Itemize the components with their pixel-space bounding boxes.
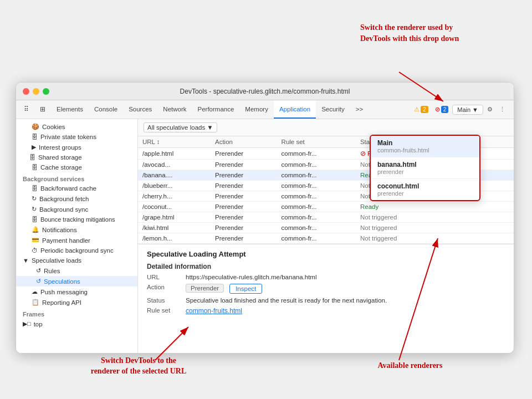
cell-action: Prerender: [211, 202, 277, 212]
detail-panel: Speculative Loading Attempt Detailed inf…: [138, 244, 514, 354]
warning-badge[interactable]: ⚠ 2: [411, 105, 431, 114]
detail-subtitle: Detailed information: [147, 263, 505, 270]
cell-url: /apple.html: [138, 148, 211, 160]
sidebar-item-periodic-sync[interactable]: ⏱ Periodic background sync: [16, 245, 137, 255]
cell-ruleset: common-fr...: [277, 191, 356, 202]
sidebar-item-payment-handler[interactable]: 💳 Payment handler: [16, 235, 137, 245]
sidebar-item-cache-storage[interactable]: 🗄 Cache storage: [16, 162, 137, 172]
cell-action: Prerender: [211, 148, 277, 160]
cell-action: Prerender: [211, 212, 277, 223]
sidebar-item-shared-storage[interactable]: 🗄 Shared storage: [16, 152, 137, 162]
annotation-top-right: Switch the renderer used by DevTools wit…: [360, 22, 504, 44]
title-bar: DevTools - speculative-rules.glitch.me/c…: [16, 83, 514, 100]
cell-ruleset: common-fr...: [277, 181, 356, 191]
cell-url: /avocad...: [138, 160, 211, 170]
tab-security[interactable]: Security: [316, 100, 350, 119]
tab-more[interactable]: >>: [350, 100, 369, 119]
sidebar-item-speculations[interactable]: ↺ Speculations: [16, 276, 137, 287]
detail-link-ruleset[interactable]: common-fruits.html: [186, 307, 242, 315]
error-badge[interactable]: ⊘ 2: [432, 105, 452, 114]
traffic-lights: [23, 88, 49, 95]
tab-icons: ⚠ 2 ⊘ 2 Main ▼ ⚙ ⋮: [408, 100, 511, 119]
tab-network[interactable]: Network: [157, 100, 192, 119]
content-area: All speculative loads ▼ URL ↕ Action Rul…: [138, 119, 514, 354]
cell-ruleset: common-fr...: [277, 202, 356, 212]
renderer-item-banana[interactable]: banana.html prerender: [371, 157, 479, 179]
renderer-name-banana: banana.html: [377, 161, 473, 168]
annotation-bottom-left: Switch DevTools to the renderer of the s…: [78, 355, 200, 377]
cell-action: Prerender: [211, 181, 277, 191]
inspect-button[interactable]: Inspect: [229, 284, 262, 294]
cell-ruleset: common-fr...: [277, 160, 356, 170]
more-options-icon[interactable]: ⋮: [497, 105, 508, 114]
cell-url: /blueberr...: [138, 181, 211, 191]
sidebar-item-top-frame[interactable]: ▶□ top: [16, 319, 137, 329]
detail-row-action: Action Prerender Inspect: [147, 284, 505, 294]
table-row[interactable]: /coconut...Prerendercommon-fr...Ready: [138, 202, 514, 212]
cell-url: /coconut...: [138, 202, 211, 212]
table-row[interactable]: /kiwi.htmlPrerendercommon-fr...Not trigg…: [138, 223, 514, 233]
sidebar-item-private-state[interactable]: 🗄 Private state tokens: [16, 132, 137, 142]
sidebar-item-back-forward[interactable]: 🗄 Back/forward cache: [16, 183, 137, 193]
filter-dropdown[interactable]: All speculative loads ▼: [144, 122, 217, 132]
cell-ruleset: common-fr...: [277, 170, 356, 181]
detail-label-status: Status: [147, 297, 180, 304]
table-row[interactable]: /grape.htmlPrerendercommon-fr...Not trig…: [138, 212, 514, 223]
renderer-sub-main: common-fruits.html: [377, 147, 473, 154]
detail-label-ruleset: Rule set: [147, 307, 180, 314]
close-button[interactable]: [23, 88, 29, 95]
sidebar-item-background-fetch[interactable]: ↻ Background fetch: [16, 193, 137, 204]
sidebar-item-background-sync[interactable]: ↻ Background sync: [16, 204, 137, 214]
cell-action: Prerender: [211, 233, 277, 244]
tab-hamburger[interactable]: ⠿: [18, 100, 34, 119]
sidebar-item-bounce-tracking[interactable]: 🗄 Bounce tracking mitigations: [16, 214, 137, 224]
sidebar-item-speculative-loads[interactable]: ▼ Speculative loads: [16, 255, 137, 265]
cell-status: Not triggered: [356, 233, 514, 244]
settings-icon[interactable]: ⚙: [484, 105, 495, 114]
sidebar-item-push-messaging[interactable]: ☁ Push messaging: [16, 287, 137, 297]
detail-row-status: Status Speculative load finished and the…: [147, 297, 505, 304]
sidebar-item-notifications[interactable]: 🔔 Notifications: [16, 224, 137, 235]
detail-label-action: Action: [147, 284, 180, 290]
cell-action: Prerender: [211, 223, 277, 233]
devtools-window: DevTools - speculative-rules.glitch.me/c…: [16, 82, 514, 354]
tab-sources[interactable]: Sources: [123, 100, 157, 119]
cell-status: Ready: [356, 202, 514, 212]
sidebar-item-rules[interactable]: ↺ Rules: [16, 265, 137, 276]
cell-ruleset: common-fr...: [277, 223, 356, 233]
tab-application[interactable]: Application: [274, 100, 316, 119]
cell-action: Prerender: [211, 191, 277, 202]
cell-status: Not triggered: [356, 223, 514, 233]
tab-console[interactable]: Console: [89, 100, 123, 119]
detail-value-url: https://speculative-rules.glitch.me/bana…: [186, 274, 317, 280]
sidebar-section-frames: Frames: [16, 308, 137, 319]
renderer-item-main[interactable]: Main common-fruits.html: [371, 136, 479, 157]
maximize-button[interactable]: [43, 88, 49, 95]
cell-status: Not triggered: [356, 212, 514, 223]
renderer-name-coconut: coconut.html: [377, 182, 473, 190]
minimize-button[interactable]: [33, 88, 39, 95]
tab-memory[interactable]: Memory: [239, 100, 274, 119]
sidebar-item-cookies[interactable]: 🍪 Cookies: [16, 121, 137, 132]
annotation-bottom-right: Available renderers: [360, 360, 460, 371]
cell-ruleset: common-fr...: [277, 148, 356, 160]
col-header-ruleset[interactable]: Rule set: [277, 136, 356, 148]
sidebar-item-interest-groups[interactable]: ▶ Interest groups: [16, 142, 137, 152]
detail-title: Speculative Loading Attempt: [147, 250, 505, 258]
cell-ruleset: common-fr...: [277, 233, 356, 244]
sidebar-item-reporting-api[interactable]: 📋 Reporting API: [16, 297, 137, 308]
col-header-action[interactable]: Action: [211, 136, 277, 148]
table-row[interactable]: /lemon.h...Prerendercommon-fr...Not trig…: [138, 233, 514, 244]
renderer-item-coconut[interactable]: coconut.html prerender: [371, 179, 479, 200]
tab-performance[interactable]: Performance: [192, 100, 240, 119]
tab-inspect-icon[interactable]: ⊞: [34, 100, 51, 119]
cell-ruleset: common-fr...: [277, 212, 356, 223]
col-header-url[interactable]: URL ↕: [138, 136, 211, 148]
renderer-dropdown-button[interactable]: Main ▼: [452, 105, 483, 115]
renderer-name-main: Main: [377, 139, 473, 147]
cell-url: /kiwi.html: [138, 223, 211, 233]
tab-elements[interactable]: Elements: [51, 100, 89, 119]
filter-bar: All speculative loads ▼: [138, 119, 514, 136]
detail-row-ruleset: Rule set common-fruits.html: [147, 307, 505, 315]
detail-label-url: URL: [147, 274, 180, 280]
